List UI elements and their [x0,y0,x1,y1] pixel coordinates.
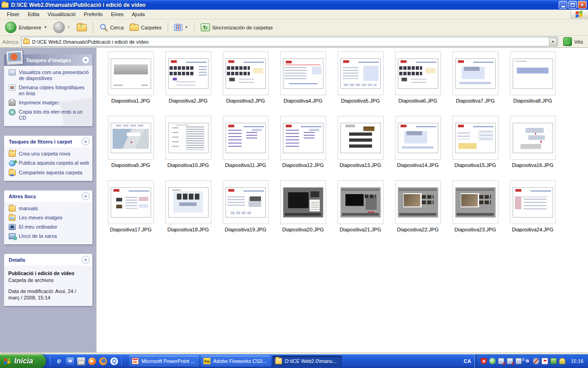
collapse-chevron-icon[interactable]: « [82,192,90,200]
file-item[interactable]: Diapositiva16.JPG [504,115,561,179]
file-name[interactable]: Diapositiva14.JPG [397,162,439,168]
media-player-icon[interactable]: ▶ [88,357,96,365]
panel-picture-tasks-header[interactable]: Tasques d'imatges « [4,54,92,66]
quick-launch-separator[interactable] [50,356,52,366]
collapse-chevron-icon[interactable]: « [82,56,90,64]
search-button[interactable]: Cerca [97,22,126,33]
file-item[interactable]: Diapositiva18.JPG [159,179,217,243]
file-thumbnail[interactable] [452,180,498,224]
antivirus-icon[interactable] [542,358,548,364]
file-thumbnail[interactable] [510,116,556,160]
file-item[interactable]: Diapositiva21.JPG [332,179,389,243]
firefox-icon[interactable] [99,357,107,365]
file-name[interactable]: Diapositiva22.JPG [397,227,439,232]
file-name[interactable]: Diapositiva8.JPG [513,98,552,104]
file-name[interactable]: Diapositiva15.JPG [454,162,496,168]
scheduler-icon[interactable] [489,358,496,364]
restore-button[interactable] [568,1,577,9]
file-name[interactable]: Diapositiva16.JPG [512,162,554,168]
display-icon[interactable] [550,358,557,364]
task-link[interactable]: Les meves imatges [9,215,89,221]
folders-button[interactable]: Carpetes [127,23,164,32]
task-link[interactable]: Crea una carpeta nova [9,151,89,157]
network-offline-2-icon[interactable] [507,358,513,364]
file-name[interactable]: Diapositiva6.JPG [398,98,437,104]
file-item[interactable]: Diapositiva1.JPG [102,50,159,115]
task-link[interactable]: Llocs de la xarxa [9,233,89,239]
address-value[interactable]: D:\ICE Web2.0\manuals\Publicació i edici… [32,39,547,45]
file-list-area[interactable]: Diapositiva1.JPGDiapositiva2.JPGDiaposit… [96,48,588,352]
file-item[interactable]: Diapositiva4.JPG [274,50,332,115]
task-link[interactable]: Demana còpies fotogràfiques en línia [9,85,89,97]
file-name[interactable]: Diapositiva20.JPG [282,227,324,232]
file-thumbnail[interactable] [452,52,498,95]
file-thumbnail[interactable] [165,52,211,95]
file-name[interactable]: Diapositiva19.JPG [225,227,266,232]
file-thumbnail[interactable] [338,52,384,95]
file-item[interactable]: Diapositiva15.JPG [447,115,504,179]
file-item[interactable]: Diapositiva9.JPG [102,115,159,179]
go-button[interactable]: → Vés [560,37,586,46]
file-thumbnail[interactable] [280,180,326,224]
language-indicator[interactable]: CA [460,354,475,368]
task-link[interactable]: El meu ordinador [9,224,89,230]
file-thumbnail[interactable] [108,52,154,95]
views-dropdown-icon[interactable]: ▼ [185,25,188,29]
file-thumbnail[interactable] [338,180,384,224]
file-name[interactable]: Diapositiva21.JPG [339,227,381,232]
file-item[interactable]: Diapositiva6.JPG [389,50,447,115]
up-button[interactable]: ↑ [74,23,89,33]
file-name[interactable]: Diapositiva18.JPG [167,227,209,232]
file-name[interactable]: Diapositiva7.JPG [456,98,494,104]
menu-help[interactable]: Ajuda [128,10,149,18]
show-desktop-icon[interactable] [77,357,85,365]
collapse-chevron-icon[interactable]: « [82,256,90,264]
panel-details-header[interactable]: Detalls « [4,254,92,265]
file-name[interactable]: Diapositiva17.JPG [110,227,152,232]
file-thumbnail[interactable] [338,116,384,160]
file-thumbnail[interactable] [223,52,269,95]
file-item[interactable]: Diapositiva7.JPG [447,50,504,115]
file-thumbnail[interactable] [510,52,556,95]
file-thumbnail[interactable] [395,116,441,160]
address-field[interactable]: D:\ICE Web2.0\manuals\Publicació i edici… [21,37,558,46]
menu-file[interactable]: Fitxer [3,10,24,18]
collapse-chevron-icon[interactable]: « [82,138,90,145]
file-thumbnail[interactable] [395,52,441,95]
menu-favorites[interactable]: Preferits [80,10,107,18]
internet-explorer-icon[interactable]: e [55,357,63,365]
file-thumbnail[interactable] [510,180,556,224]
task-link[interactable]: Comparteix aquesta carpeta [9,170,89,176]
file-thumbnail[interactable] [165,180,211,224]
file-thumbnail[interactable] [108,116,154,160]
file-item[interactable]: Diapositiva22.JPG [389,179,447,243]
task-link[interactable]: Visualitza com una presentació de diapos… [9,69,89,81]
file-name[interactable]: Diapositiva24.JPG [512,227,554,232]
close-button[interactable]: × [578,1,587,9]
panel-other-places-header[interactable]: Altres llocs « [4,190,92,202]
start-button[interactable]: Inicia [0,354,46,368]
file-name[interactable]: Diapositiva11.JPG [225,162,266,168]
file-item[interactable]: Diapositiva3.JPG [217,50,274,115]
task-link[interactable]: Copia tots els elements a un CD [9,109,89,121]
file-name[interactable]: Diapositiva4.JPG [283,98,322,104]
wireless-icon[interactable] [515,358,522,364]
menu-edit[interactable]: Edita [24,10,44,18]
address-dropdown-button[interactable]: ▼ [549,38,557,46]
file-thumbnail[interactable] [395,180,441,224]
file-item[interactable]: Diapositiva24.JPG [504,179,561,243]
menu-view[interactable]: Visualització [44,10,80,18]
mail-icon[interactable]: ✉ [66,357,74,365]
back-dropdown-icon[interactable]: ▼ [44,25,47,29]
file-name[interactable]: Diapositiva12.JPG [282,162,324,168]
back-button[interactable]: ← Endarrere ▼ [3,20,50,34]
file-name[interactable]: Diapositiva10.JPG [167,162,209,168]
panel-file-tasks-header[interactable]: Tasques de fitxers i carpet « [4,136,92,147]
views-button[interactable]: ▼ [172,23,191,32]
file-thumbnail[interactable] [108,180,154,224]
file-thumbnail[interactable] [165,116,211,160]
forward-button[interactable]: → ▼ [51,20,73,34]
file-name[interactable]: Diapositiva5.JPG [341,98,379,104]
file-item[interactable]: Diapositiva13.JPG [332,115,389,179]
file-name[interactable]: Diapositiva13.JPG [339,162,381,168]
